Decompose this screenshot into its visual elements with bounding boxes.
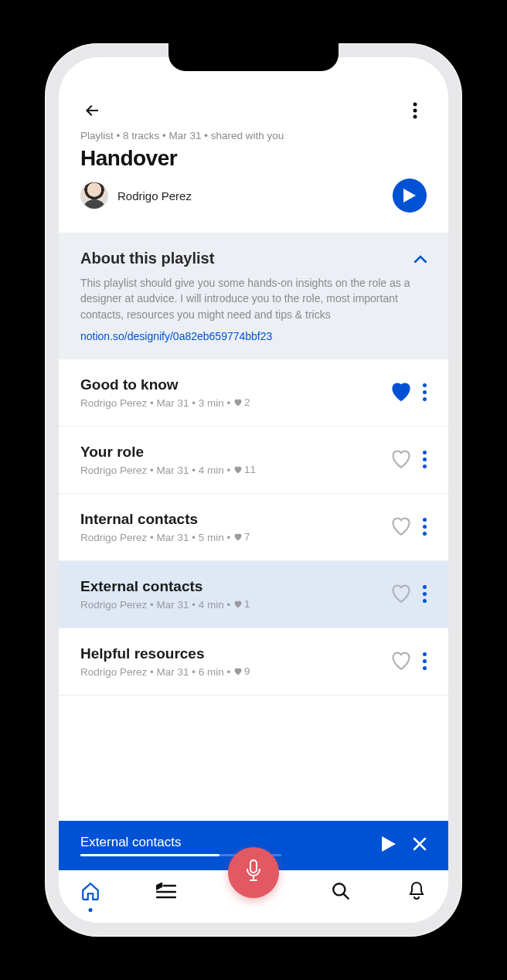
track-meta: Rodrigo Perez • Mar 31 • 6 min • 9	[80, 665, 250, 678]
about-toggle[interactable]: About this playlist	[80, 250, 427, 267]
track-more-button[interactable]	[423, 652, 427, 670]
microphone-icon	[245, 859, 262, 886]
nav-home[interactable]	[79, 881, 102, 904]
like-button[interactable]	[390, 650, 412, 673]
chevron-up-icon	[414, 252, 427, 266]
track-meta: Rodrigo Perez • Mar 31 • 4 min • 11	[80, 464, 256, 476]
like-button[interactable]	[390, 583, 412, 606]
search-icon	[331, 881, 351, 904]
track-title: Good to know	[80, 376, 250, 393]
track-more-button[interactable]	[423, 518, 427, 536]
playlist-meta: Playlist • 8 tracks • Mar 31 • shared wi…	[59, 130, 448, 141]
track-row[interactable]: Helpful resourcesRodrigo Perez • Mar 31 …	[59, 628, 448, 696]
nav-search[interactable]	[329, 881, 352, 904]
like-button[interactable]	[390, 516, 412, 539]
track-more-button[interactable]	[423, 383, 427, 401]
mini-player-title: External contacts	[80, 835, 181, 850]
about-link[interactable]: notion.so/designify/0a82eb659774bbf23	[80, 330, 427, 342]
heart-icon: 2	[233, 396, 250, 408]
heart-icon: 9	[233, 665, 250, 677]
heart-icon: 11	[233, 464, 256, 475]
track-title: Helpful resources	[80, 645, 250, 662]
track-more-button[interactable]	[423, 585, 427, 603]
track-meta: Rodrigo Perez • Mar 31 • 5 min • 7	[80, 531, 250, 543]
about-description: This playlist should give you some hands…	[80, 275, 427, 322]
play-all-button[interactable]	[393, 179, 427, 213]
mini-player-play-button[interactable]	[382, 836, 396, 855]
heart-icon: 1	[233, 598, 250, 610]
svg-point-2	[413, 115, 417, 119]
svg-point-1	[413, 109, 417, 113]
track-meta: Rodrigo Perez • Mar 31 • 4 min • 1	[80, 598, 250, 611]
back-button[interactable]	[80, 99, 104, 122]
author-name: Rodrigo Perez	[117, 189, 192, 202]
track-row[interactable]: Good to knowRodrigo Perez • Mar 31 • 3 m…	[59, 359, 448, 427]
like-button[interactable]	[390, 381, 412, 404]
track-more-button[interactable]	[423, 451, 427, 468]
nav-playlists[interactable]	[155, 883, 178, 903]
like-button[interactable]	[390, 448, 412, 471]
heart-icon: 7	[233, 531, 250, 543]
track-title: Your role	[80, 444, 256, 461]
author-avatar[interactable]	[80, 182, 108, 209]
track-row[interactable]: Internal contactsRodrigo Perez • Mar 31 …	[59, 494, 448, 561]
track-title: Internal contacts	[80, 511, 250, 528]
playlist-title: Handover	[59, 141, 448, 179]
nav-active-dot	[89, 908, 93, 912]
nav-notifications[interactable]	[405, 881, 428, 904]
bell-icon	[407, 881, 426, 904]
svg-rect-4	[250, 860, 257, 873]
about-heading: About this playlist	[80, 250, 214, 267]
mini-player-close-button[interactable]	[413, 837, 427, 854]
track-title: External contacts	[80, 578, 250, 595]
track-row[interactable]: External contactsRodrigo Perez • Mar 31 …	[59, 561, 448, 628]
playlist-icon	[156, 883, 176, 903]
track-meta: Rodrigo Perez • Mar 31 • 3 min • 2	[80, 396, 250, 409]
record-button[interactable]	[228, 847, 279, 898]
more-menu-button[interactable]	[403, 99, 427, 122]
home-icon	[80, 881, 100, 904]
mini-player-progress	[80, 854, 219, 856]
track-row[interactable]: Your roleRodrigo Perez • Mar 31 • 4 min …	[59, 427, 448, 494]
svg-point-0	[413, 103, 417, 107]
